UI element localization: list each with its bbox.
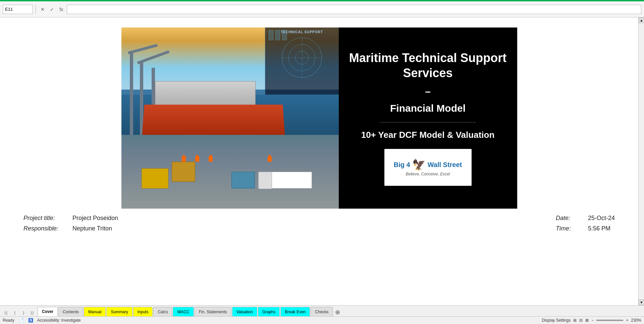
info-col-right: Date: 25-Oct-24 Time: 5:56 PM [556, 215, 615, 232]
tab-checks[interactable]: Checks [311, 307, 333, 316]
sheet-content: TECHNICAL SUPPORT [0, 17, 638, 305]
info-responsible-row: Responsible: Neptune Triton [23, 225, 118, 232]
logo-left-text: Big 4 [394, 161, 410, 169]
formula-input[interactable] [67, 5, 641, 14]
cover-dash-line: ----------------------------------------… [357, 119, 499, 124]
view-page-break-icon[interactable]: ⊠ [585, 318, 589, 323]
main-area: TECHNICAL SUPPORT [0, 17, 644, 305]
zoom-out-button[interactable]: − [591, 318, 594, 323]
tab-wacc[interactable]: WACC [173, 307, 194, 316]
logo-row: Big 4 🦅 Wall Street [394, 158, 462, 171]
logo-tagline: Believe, Conceive, Excel [406, 172, 450, 176]
scroll-up-button[interactable]: ▲ [639, 17, 644, 23]
worker-2 [195, 155, 199, 162]
tab-nav-first[interactable]: ⟨⟨ [3, 310, 9, 316]
cover-subtitle: Financial Model [390, 103, 466, 114]
sheet-tabs-row: ⟨⟨ ⟨ ⟩ ⟩⟩ Cover Contents Manual Summary … [0, 306, 644, 317]
radar-v [302, 38, 302, 77]
zoom-slider[interactable] [596, 320, 623, 321]
tab-manual[interactable]: Manual [84, 307, 106, 316]
status-ready: Ready [3, 318, 14, 323]
worker-4 [268, 155, 272, 162]
accessibility-label[interactable]: Accessibility: Investigate [37, 318, 81, 323]
logo-box: Big 4 🦅 Wall Street Believe, Conceive, E… [384, 149, 472, 186]
cargo-box-2 [172, 162, 195, 182]
radar-outer [282, 38, 322, 78]
add-sheet-button[interactable]: ⊕ [333, 308, 341, 316]
tab-nav-prev[interactable]: ⟨ [11, 310, 18, 316]
gauge-3 [282, 30, 287, 40]
info-project-row: Project title: Project Poseidon [23, 215, 118, 222]
cargo-box-1 [142, 168, 168, 188]
scroll-down-button[interactable]: ▼ [639, 300, 644, 305]
responsible-value: Neptune Triton [72, 225, 112, 232]
tab-fin-statements[interactable]: Fin. Statements [195, 307, 231, 316]
confirm-formula-button[interactable]: ✓ [48, 5, 56, 13]
cell-ref-value: E11 [5, 7, 13, 12]
cover-main-title: Maritime Technical Support Services [349, 50, 507, 80]
cover-image: TECHNICAL SUPPORT [121, 28, 339, 209]
function-button[interactable]: fx [57, 5, 65, 13]
zoom-level: 230% [631, 318, 641, 323]
formula-bar: E11 ✕ ✓ fx [0, 1, 644, 17]
status-right: Display Settings ⊞ ⊟ ⊠ − + 230% [542, 318, 641, 323]
cover-right: Maritime Technical Support Services – Fi… [339, 28, 517, 209]
bottom-area: ⟨⟨ ⟨ ⟩ ⟩⟩ Cover Contents Manual Summary … [0, 305, 644, 324]
project-title-label: Project title: [23, 215, 67, 222]
scrollbar-track [639, 23, 644, 300]
date-label: Date: [556, 215, 583, 222]
gauge-1 [269, 30, 273, 40]
time-label: Time: [556, 225, 583, 232]
sheet-inner: TECHNICAL SUPPORT [0, 17, 638, 305]
tab-break-even[interactable]: Break Even [280, 307, 310, 316]
cover-title-dash: – [425, 86, 431, 97]
cancel-formula-button[interactable]: ✕ [39, 5, 47, 13]
status-bar: Ready 📄 ♿ Accessibility: Investigate Dis… [0, 317, 644, 324]
crane-2 [140, 61, 143, 135]
time-value: 5:56 PM [588, 225, 610, 232]
cover-dcf-label: 10+ Year DCF Model & Valuation [361, 130, 495, 140]
view-normal-icon[interactable]: ⊞ [573, 318, 577, 323]
gauge-2 [275, 30, 280, 40]
accessibility-icon: ♿ [28, 318, 33, 323]
tab-contents[interactable]: Contents [58, 307, 83, 316]
info-date-row: Date: 25-Oct-24 [556, 215, 615, 222]
cell-reference-box[interactable]: E11 [3, 5, 33, 14]
worker-1 [182, 155, 186, 162]
instrument-row [269, 30, 287, 40]
info-section: Project title: Project Poseidon Responsi… [10, 209, 628, 238]
tab-inputs[interactable]: Inputs [133, 307, 153, 316]
tab-graphs[interactable]: Graphs [258, 307, 280, 316]
tab-cover[interactable]: Cover [38, 307, 58, 316]
cargo-box-3 [231, 172, 255, 188]
right-scrollbar[interactable]: ▲ ▼ [638, 17, 644, 305]
crane-1 [130, 51, 133, 135]
info-col-left: Project title: Project Poseidon Responsi… [23, 215, 118, 232]
formula-bar-divider [36, 5, 36, 14]
zoom-in-button[interactable]: + [626, 318, 628, 323]
tab-nav-next[interactable]: ⟩ [20, 310, 27, 316]
tab-summary[interactable]: Summary [106, 307, 132, 316]
logo-eagle-icon: 🦅 [412, 158, 426, 171]
tech-overlay: TECHNICAL SUPPORT [265, 28, 339, 95]
info-time-row: Time: 5:56 PM [556, 225, 615, 232]
logo-right-text: Wall Street [428, 161, 462, 169]
view-layout-icon[interactable]: ⊟ [579, 318, 583, 323]
responsible-label: Responsible: [23, 225, 67, 232]
project-title-value: Project Poseidon [72, 215, 118, 222]
page-icon: 📄 [18, 318, 24, 323]
date-value: 25-Oct-24 [588, 215, 615, 222]
worker-3 [209, 155, 213, 162]
sheet-wrapper: TECHNICAL SUPPORT [0, 17, 638, 305]
status-left: Ready 📄 ♿ Accessibility: Investigate [3, 318, 81, 323]
display-settings-label[interactable]: Display Settings [542, 318, 571, 323]
tab-valuation[interactable]: Valuation [232, 307, 257, 316]
tab-calcs[interactable]: Calcs [153, 307, 172, 316]
tab-nav-last[interactable]: ⟩⟩ [29, 310, 36, 316]
truck-1 [258, 172, 312, 188]
